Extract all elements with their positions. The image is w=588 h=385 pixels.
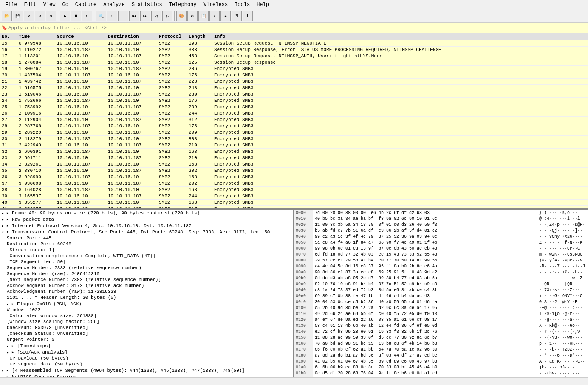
bottom-pane: ▸ Frame 48: 90 bytes on wire (720 bits),…	[0, 209, 588, 377]
menu-item-statistics[interactable]: Statistics	[128, 1, 166, 8]
packet-cell-3: 10.10.11.187	[106, 193, 157, 199]
col-source: Source	[55, 33, 106, 40]
toolbar-btn-14[interactable]: ▷	[162, 11, 172, 21]
table-row[interactable]: 363.02899010.10.11.18710.10.16.10SMB2168…	[0, 174, 588, 180]
table-row[interactable]: 241.75266610.10.11.18710.10.16.10SMB2176…	[0, 98, 588, 104]
toolbar-btn-15[interactable]: 🎨	[176, 11, 187, 21]
menu-item-analyze[interactable]: Analyze	[100, 1, 128, 8]
detail-line: Destination Port: 60248	[0, 241, 293, 247]
table-row[interactable]: 322.69039110.10.11.18710.10.16.10SMB2168…	[0, 149, 588, 155]
detail-line[interactable]: ▸ [Timestamps]	[0, 343, 293, 349]
toolbar-btn-17[interactable]: 📋	[198, 11, 209, 21]
table-row[interactable]: 161.11027210.10.11.18710.10.16.10SMB2333…	[0, 47, 588, 53]
detail-line[interactable]: ▸ Internet Protocol Version 4, Src: 10.1…	[0, 222, 293, 229]
menu-item-tools[interactable]: Tools	[231, 1, 253, 8]
toolbar-btn-20[interactable]: ⏱	[232, 11, 242, 21]
table-row[interactable]: 191.30076710.10.16.1010.10.11.187SMB2206…	[0, 66, 588, 72]
table-row[interactable]: 181.27008410.10.11.18710.10.16.10SMB2125…	[0, 59, 588, 66]
table-row[interactable]: 383.16402810.10.11.18710.10.16.10SMB2168…	[0, 187, 588, 193]
packet-cell-0: 41	[0, 206, 17, 209]
col-time: Time	[17, 33, 55, 40]
detail-line[interactable]: ▸ Flags: 0x018 (PSH, ACK)	[0, 301, 293, 307]
toolbar-btn-19[interactable]: ✦	[220, 11, 231, 21]
table-row[interactable]: 292.28922010.10.16.1010.10.11.187SMB2209…	[0, 129, 588, 136]
toolbar-btn-18[interactable]: ⌕	[209, 11, 220, 21]
detail-line[interactable]: ▸ [4 Reassembled TCP Segments (4064 byte…	[0, 367, 293, 374]
hex-bytes: 7d 00 28 00 88 00 00 e6 4b 2c 6f df d2 b…	[313, 210, 537, 377]
detail-line[interactable]: ▸ NetBIOS Session Service	[0, 374, 293, 377]
packet-cell-5: 198	[187, 40, 212, 46]
toolbar-btn-7[interactable]: ↻	[82, 11, 92, 21]
hex-ascii: }·(···· ·K,o··· @·:4··· ···l···l ···;Z4·…	[537, 210, 588, 377]
table-row[interactable]: 231.61904610.10.16.1010.10.11.187SMB2280…	[0, 91, 588, 98]
packet-cell-5: 217	[187, 206, 212, 209]
packet-cell-2: 10.10.11.187	[55, 174, 106, 180]
table-row[interactable]: 171.11320110.10.16.1010.10.11.187SMB2468…	[0, 53, 588, 59]
table-row[interactable]: 262.10991610.10.11.18710.10.16.10SMB2244…	[0, 110, 588, 117]
detail-line[interactable]: ▸ [SEQ/ACK analysis]	[0, 349, 293, 355]
toolbar-btn-5[interactable]: ▶	[60, 11, 70, 21]
table-row[interactable]: 413.35687710.10.16.1010.10.11.187SMB2217…	[0, 206, 588, 209]
detail-line[interactable]: ▸ Frame 48: 90 bytes on wire (720 bits),…	[0, 210, 293, 216]
toolbar-btn-6[interactable]: ■	[71, 11, 81, 21]
toolbar-btn-2[interactable]: ✕	[24, 11, 34, 21]
packet-cell-0: 34	[0, 161, 17, 167]
menu-item-telephony[interactable]: Telephony	[166, 1, 200, 8]
toolbar-btn-1[interactable]: 💾	[13, 11, 23, 21]
packet-cell-4: SMB2	[157, 193, 187, 199]
filter-bookmark-icon[interactable]: 🔖	[2, 25, 7, 31]
packet-info: Encrypted SMB3	[212, 66, 588, 72]
packet-cell-4: SMB2	[157, 161, 187, 167]
table-row[interactable]: 373.03060810.10.16.1010.10.11.187SMB2202…	[0, 180, 588, 187]
toolbar-btn-12[interactable]: ⏭	[140, 11, 150, 21]
detail-line[interactable]: ▸ Raw packet data	[0, 216, 293, 222]
table-row[interactable]: 211.43974210.10.16.1010.10.11.187SMB2228…	[0, 79, 588, 85]
packet-cell-3: 10.10.11.187	[106, 91, 157, 97]
menu-item-go[interactable]: Go	[59, 1, 71, 8]
toolbar-btn-21[interactable]: ℹ	[243, 11, 253, 21]
table-row[interactable]: 302.41827910.10.11.18710.10.16.10SMB2808…	[0, 136, 588, 142]
toolbar-btn-9[interactable]: ←	[107, 11, 117, 21]
toolbar-btn-10[interactable]: →	[118, 11, 128, 21]
table-row[interactable]: 150.97954810.10.16.1010.10.11.187SMB2198…	[0, 40, 588, 47]
packet-cell-2: 10.10.11.187	[55, 47, 106, 53]
packet-cell-5: 808	[187, 136, 212, 142]
packet-cell-5: 209	[187, 104, 212, 110]
toolbar-btn-13[interactable]: ◁	[151, 11, 161, 21]
toolbar-btn-3[interactable]: ↺	[35, 11, 45, 21]
packet-info: Encrypted SMB3	[212, 193, 588, 199]
table-row[interactable]: 352.83071010.10.16.1010.10.11.187SMB2202…	[0, 168, 588, 174]
table-row[interactable]: 221.61657510.10.11.18710.10.16.10SMB2248…	[0, 85, 588, 91]
packet-cell-0: 32	[0, 149, 17, 155]
packet-cell-0: 25	[0, 104, 17, 110]
table-row[interactable]: 201.43750410.10.11.18710.10.16.10SMB2176…	[0, 72, 588, 79]
detail-line[interactable]: ▾ Transmission Control Protocol, Src Por…	[0, 229, 293, 235]
menu-item-edit[interactable]: Edit	[21, 1, 40, 8]
packet-info: Encrypted SMB3	[212, 104, 588, 110]
menu-item-file[interactable]: File	[2, 1, 21, 8]
packet-cell-2: 10.10.16.10	[55, 104, 106, 110]
toolbar-btn-8[interactable]: 🔍	[96, 11, 106, 21]
table-row[interactable]: 332.69171110.10.16.1010.10.11.187SMB2210…	[0, 155, 588, 161]
toolbar-btn-11[interactable]: ⏮	[129, 11, 139, 21]
table-row[interactable]: 312.42294010.10.16.1010.10.11.187SMB2210…	[0, 142, 588, 149]
toolbar-btn-0[interactable]: 📂	[2, 11, 12, 21]
table-row[interactable]: 403.35527710.10.11.18710.10.16.10SMB2168…	[0, 200, 588, 206]
toolbar-btn-16[interactable]: ⚙	[187, 11, 198, 21]
menu-item-help[interactable]: Help	[253, 1, 272, 8]
toolbar-btn-4[interactable]: ⚙	[46, 11, 56, 21]
packet-cell-2: 10.10.11.187	[55, 72, 106, 78]
packet-info: Encrypted SMB3	[212, 149, 588, 155]
statusbar	[0, 377, 588, 385]
menu-item-capture[interactable]: Capture	[72, 1, 100, 8]
table-row[interactable]: 393.16553710.10.16.1010.10.11.187SMB2244…	[0, 193, 588, 200]
menu-item-view[interactable]: View	[40, 1, 59, 8]
table-row[interactable]: 282.28776810.10.11.18710.10.16.10SMB2176…	[0, 123, 588, 129]
packet-cell-3: 10.10.11.187	[106, 66, 157, 72]
table-row[interactable]: 272.11290410.10.16.1010.10.11.187SMB2312…	[0, 117, 588, 123]
filter-input[interactable]	[8, 25, 586, 31]
menu-item-wireless[interactable]: Wireless	[200, 1, 232, 8]
table-row[interactable]: 251.75399210.10.16.1010.10.11.187SMB2209…	[0, 104, 588, 110]
packet-cell-1: 2.109916	[17, 110, 55, 116]
table-row[interactable]: 342.82926110.10.11.18710.10.16.10SMB2168…	[0, 161, 588, 168]
